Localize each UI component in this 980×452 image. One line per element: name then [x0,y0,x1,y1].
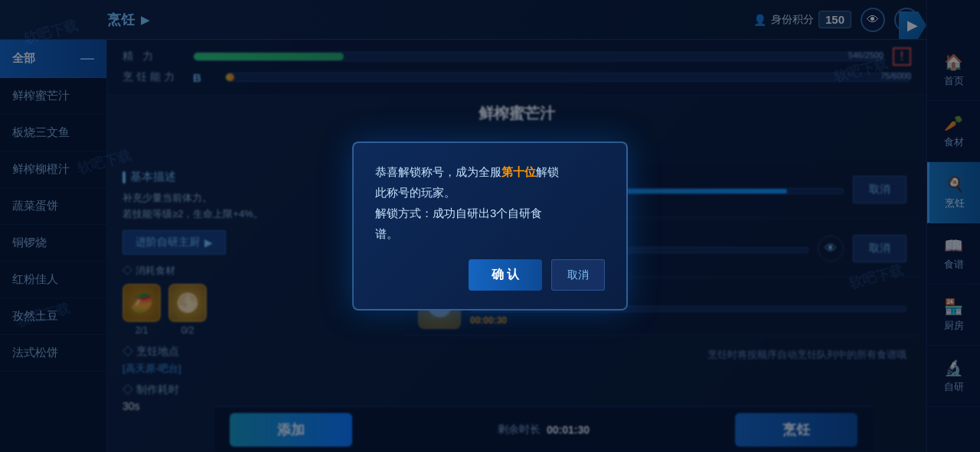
popup-highlight: 第十位 [501,165,536,178]
popup-buttons: 确 认 取消 [375,259,605,291]
popup-text: 恭喜解锁称号，成为全服第十位解锁此称号的玩家。解锁方式：成功自研出3个自研食谱。 [375,161,605,244]
confirm-button[interactable]: 确 认 [469,259,542,291]
popup-box: 恭喜解锁称号，成为全服第十位解锁此称号的玩家。解锁方式：成功自研出3个自研食谱。… [352,141,628,311]
popup-text-part1: 恭喜解锁称号，成为全服 [375,165,501,178]
popup-cancel-button[interactable]: 取消 [551,259,605,291]
popup-overlay: 恭喜解锁称号，成为全服第十位解锁此称号的玩家。解锁方式：成功自研出3个自研食谱。… [0,0,980,452]
